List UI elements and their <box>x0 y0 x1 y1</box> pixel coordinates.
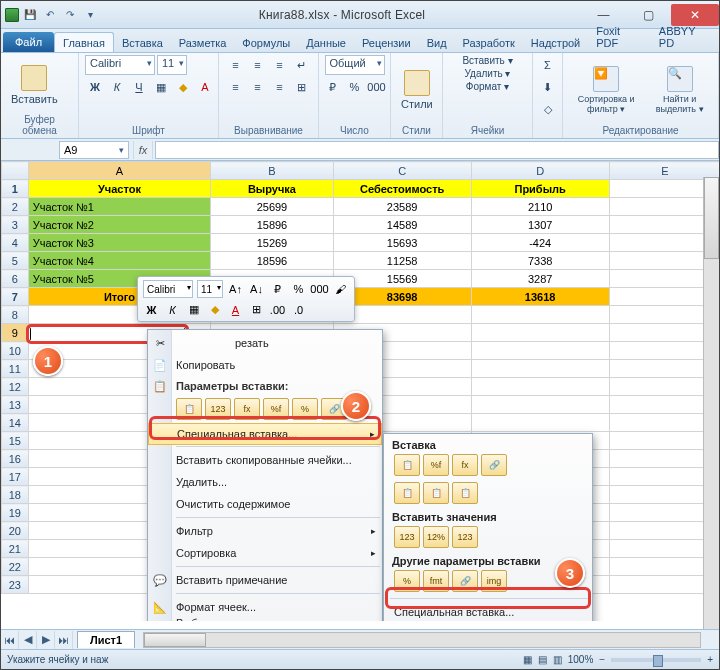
sub-paste-fx[interactable]: fx <box>452 454 478 476</box>
row-21[interactable]: 21 <box>2 540 29 558</box>
tab-data[interactable]: Данные <box>298 33 354 52</box>
cell-d2[interactable]: 2110 <box>471 198 609 216</box>
cell-d3[interactable]: 1307 <box>471 216 609 234</box>
sheet-tab-1[interactable]: Лист1 <box>77 631 135 648</box>
cell-d6[interactable]: 3287 <box>471 270 609 288</box>
cells-delete[interactable]: Удалить ▾ <box>465 68 511 79</box>
cell-c4[interactable]: 15693 <box>333 234 471 252</box>
mini-currency[interactable]: ₽ <box>269 281 286 298</box>
fill[interactable]: ⬇ <box>538 77 558 97</box>
cell-a2[interactable]: Участок №1 <box>28 198 211 216</box>
nav-prev[interactable]: ◀ <box>19 631 37 649</box>
paste-fmt-icon[interactable]: %f <box>263 398 289 420</box>
tab-view[interactable]: Вид <box>419 33 455 52</box>
worksheet[interactable]: ABCDE 1УчастокВыручкаСебестоимостьПрибыл… <box>1 161 719 621</box>
mini-dec-inc[interactable]: .00 <box>269 301 286 318</box>
cell-a3[interactable]: Участок №2 <box>28 216 211 234</box>
sub-val-2[interactable]: 12% <box>423 526 449 548</box>
row-23[interactable]: 23 <box>2 576 29 594</box>
vertical-scrollbar[interactable] <box>703 177 719 629</box>
row-5[interactable]: 5 <box>2 252 29 270</box>
ctx-clear[interactable]: Очистить содержимое <box>148 493 382 515</box>
nav-first[interactable]: ⏮ <box>1 631 19 649</box>
paste-button[interactable]: Вставить <box>7 63 62 107</box>
name-box[interactable]: A9 <box>59 141 129 159</box>
mini-grow[interactable]: A↑ <box>227 281 244 298</box>
cell-b3[interactable]: 15896 <box>211 216 333 234</box>
row-16[interactable]: 16 <box>2 450 29 468</box>
row-15[interactable]: 15 <box>2 432 29 450</box>
mini-dec-dec[interactable]: .0 <box>290 301 307 318</box>
tab-foxit[interactable]: Foxit PDF <box>588 21 651 52</box>
row-18[interactable]: 18 <box>2 486 29 504</box>
cells-format[interactable]: Формат ▾ <box>466 81 509 92</box>
ctx-sort[interactable]: Сортировка▸ <box>148 542 382 564</box>
cell-d4[interactable]: -424 <box>471 234 609 252</box>
sub-ins2-1[interactable]: 📋 <box>394 482 420 504</box>
align-mid[interactable]: ≡ <box>248 55 268 75</box>
zoom-in[interactable]: + <box>707 654 713 665</box>
horizontal-scrollbar[interactable] <box>143 632 701 648</box>
sub-paste-special[interactable]: Специальная вставка... <box>384 601 592 621</box>
sub-paste-link[interactable]: 🔗 <box>481 454 507 476</box>
tab-formulas[interactable]: Формулы <box>234 33 298 52</box>
merge[interactable]: ⊞ <box>292 77 312 97</box>
fill-button[interactable]: ◆ <box>173 77 193 97</box>
formula-input[interactable] <box>155 141 719 159</box>
row-13[interactable]: 13 <box>2 396 29 414</box>
row-1[interactable]: 1 <box>2 180 29 198</box>
mini-percent[interactable]: % <box>290 281 307 298</box>
cells-insert[interactable]: Вставить ▾ <box>462 55 512 66</box>
row-11[interactable]: 11 <box>2 360 29 378</box>
mini-comma[interactable]: 000 <box>311 281 328 298</box>
view-normal-icon[interactable]: ▦ <box>523 654 532 665</box>
align-top[interactable]: ≡ <box>226 55 246 75</box>
sub-oth-1[interactable]: % <box>394 570 420 592</box>
mini-paint[interactable]: 🖌 <box>332 281 349 298</box>
percent[interactable]: % <box>345 77 365 97</box>
paste-formulas-icon[interactable]: fx <box>234 398 260 420</box>
row-19[interactable]: 19 <box>2 504 29 522</box>
ctx-delete[interactable]: Удалить... <box>148 471 382 493</box>
mini-size[interactable]: 11 <box>197 280 223 298</box>
view-break-icon[interactable]: ▥ <box>553 654 562 665</box>
sub-val-1[interactable]: 123 <box>394 526 420 548</box>
cell-c3[interactable]: 14589 <box>333 216 471 234</box>
qat-undo[interactable]: ↶ <box>41 6 59 24</box>
row-9[interactable]: 9 <box>2 324 29 342</box>
cell-b5[interactable]: 18596 <box>211 252 333 270</box>
nav-last[interactable]: ⏭ <box>55 631 73 649</box>
row-10[interactable]: 10 <box>2 342 29 360</box>
row-3[interactable]: 3 <box>2 216 29 234</box>
mini-italic[interactable]: К <box>164 301 181 318</box>
cell-b4[interactable]: 15269 <box>211 234 333 252</box>
styles-button[interactable]: Стили <box>397 68 437 112</box>
align-l[interactable]: ≡ <box>226 77 246 97</box>
align-r[interactable]: ≡ <box>270 77 290 97</box>
mini-bold[interactable]: Ж <box>143 301 160 318</box>
sub-oth-3[interactable]: 🔗 <box>452 570 478 592</box>
qat-save[interactable]: 💾 <box>21 6 39 24</box>
align-bot[interactable]: ≡ <box>270 55 290 75</box>
ctx-cut[interactable]: ✂Вырезатьрезать <box>148 332 382 354</box>
paste-all-icon[interactable]: 📋 <box>176 398 202 420</box>
row-4[interactable]: 4 <box>2 234 29 252</box>
row-7[interactable]: 7 <box>2 288 29 306</box>
sub-ins2-3[interactable]: 📋 <box>452 482 478 504</box>
ctx-dropdown[interactable]: Выбрать из раскрывающегося списка... <box>148 618 382 621</box>
font-size[interactable]: 11 <box>157 55 187 75</box>
ctx-copy[interactable]: 📄Копировать <box>148 354 382 376</box>
sub-oth-2[interactable]: fmt <box>423 570 449 592</box>
mini-font[interactable]: Calibri <box>143 280 193 298</box>
paste-pct-icon[interactable]: % <box>292 398 318 420</box>
sub-oth-4[interactable]: img <box>481 570 507 592</box>
row-8[interactable]: 8 <box>2 306 29 324</box>
find-select[interactable]: 🔍Найти и выделить ▾ <box>647 64 712 116</box>
sub-ins2-2[interactable]: 📋 <box>423 482 449 504</box>
ctx-comment[interactable]: 💬Вставить примечание <box>148 569 382 591</box>
currency[interactable]: ₽ <box>323 77 343 97</box>
cell-d5[interactable]: 7338 <box>471 252 609 270</box>
autosum[interactable]: Σ <box>538 55 558 75</box>
align-c[interactable]: ≡ <box>248 77 268 97</box>
ctx-filter[interactable]: Фильтр▸ <box>148 520 382 542</box>
